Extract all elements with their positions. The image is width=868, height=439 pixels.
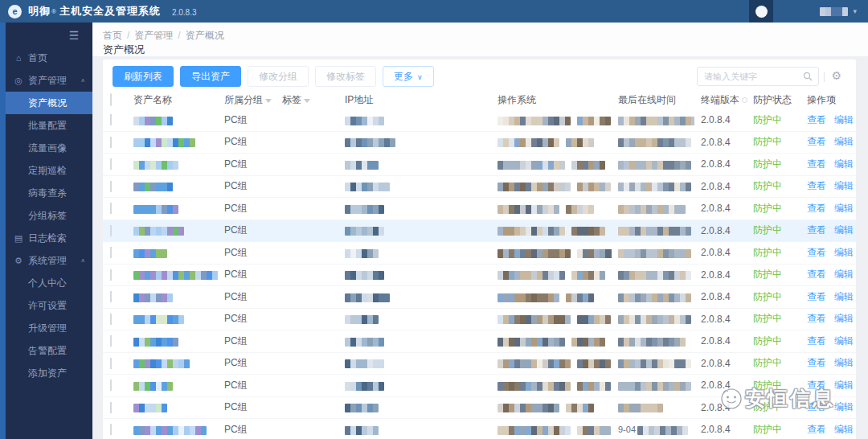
search-input[interactable] [704,68,799,85]
row-checkbox[interactable] [110,203,112,214]
breadcrumb-item[interactable]: 首页 [103,30,122,41]
user-menu-caret-icon[interactable]: ▾ [853,7,857,15]
table-row: PC组2.0.8.4防护中查看编辑 [103,265,856,287]
avatar[interactable] [749,0,773,23]
查看-link[interactable]: 查看 [807,114,826,125]
编辑-link[interactable]: 编辑 [834,136,854,147]
row-checkbox[interactable] [110,137,112,148]
sidebar-item-病毒查杀[interactable]: 病毒查杀 [6,182,92,204]
row-checkbox[interactable] [110,181,112,192]
row-checkbox[interactable] [110,314,112,325]
column-settings-icon[interactable]: ⚙ [831,69,841,82]
sidebar-item-资产概况[interactable]: 资产概况 [6,92,92,114]
sidebar-item-定期巡检[interactable]: 定期巡检 [6,159,92,182]
last-online-cell [612,181,694,192]
collapse-menu-icon[interactable]: ☰ [67,29,81,42]
row-checkbox[interactable] [110,424,112,435]
last-online-cell: 9-04 [612,424,694,435]
编辑-link[interactable]: 编辑 [834,357,854,368]
编辑-link[interactable]: 编辑 [834,401,854,412]
row-checkbox[interactable] [110,402,112,413]
查看-link[interactable]: 查看 [807,424,826,435]
查看-link[interactable]: 查看 [807,291,826,302]
row-checkbox[interactable] [110,335,112,347]
protection-status: 防护中 [747,158,800,171]
编辑-link[interactable]: 编辑 [834,114,854,125]
version-cell: 2.0.8.4 [694,247,747,258]
row-checkbox[interactable] [110,114,112,125]
编辑-link[interactable]: 编辑 [834,247,854,258]
row-checkbox[interactable] [110,358,112,369]
redacted-mosaic [345,269,384,281]
查看-link[interactable]: 查看 [807,380,826,391]
redacted-mosaic [133,137,195,148]
redacted-mosaic [345,314,379,325]
查看-link[interactable]: 查看 [807,224,826,236]
username-redacted[interactable] [820,6,848,17]
编辑-link[interactable]: 编辑 [834,180,854,191]
查看-link[interactable]: 查看 [807,158,826,170]
row-checkbox[interactable] [110,158,112,170]
查看-link[interactable]: 查看 [807,269,826,280]
编辑-link[interactable]: 编辑 [834,335,854,347]
os-cell [491,181,612,192]
sidebar-item-日志检索[interactable]: ▤日志检索 [6,227,92,249]
编辑-link[interactable]: 编辑 [834,269,854,280]
查看-link[interactable]: 查看 [807,180,826,191]
编辑-link[interactable]: 编辑 [834,224,854,236]
sidebar-item-批量配置[interactable]: 批量配置 [6,114,92,137]
sidebar-item-个人中心[interactable]: 个人中心 [6,272,92,294]
version-cell: 2.0.8.4 [694,335,747,347]
row-checkbox[interactable] [110,225,112,236]
breadcrumb-item[interactable]: 资产管理 [134,30,173,41]
查看-link[interactable]: 查看 [807,203,826,214]
sidebar-menu: ⌂首页◎资产管理∧资产概况批量配置流量画像定期巡检病毒查杀分组标签▤日志检索⚙系… [6,47,92,384]
os-cell [491,137,612,148]
编辑-link[interactable]: 编辑 [834,313,854,324]
编辑-link[interactable]: 编辑 [834,203,854,214]
查看-link[interactable]: 查看 [807,357,826,368]
table-header: 资产名称所属分组标签IP地址操作系统最后在线时间终端版本防护状态操作项 [103,90,856,109]
os-cell [491,158,612,170]
刷新列表-button[interactable]: 刷新列表 [113,66,174,87]
ip-cell [338,247,491,258]
ip-cell [338,291,491,302]
sidebar-item-升级管理[interactable]: 升级管理 [6,317,92,339]
column-label: 最后在线时间 [618,94,676,105]
查看-link[interactable]: 查看 [807,401,826,412]
button-label: 修改分组 [259,71,297,82]
row-checkbox[interactable] [110,380,112,391]
查看-link[interactable]: 查看 [807,136,826,147]
row-checkbox[interactable] [110,247,112,258]
sidebar-item-分组标签[interactable]: 分组标签 [6,204,92,227]
redacted-mosaic [497,114,611,125]
编辑-link[interactable]: 编辑 [834,291,854,302]
search-icon[interactable] [803,72,813,81]
查看-link[interactable]: 查看 [807,335,826,347]
row-checkbox[interactable] [110,291,112,302]
filter-icon[interactable] [265,99,272,103]
button-label: 更多 [394,71,413,82]
编辑-link[interactable]: 编辑 [834,158,854,170]
select-all-checkbox[interactable] [110,93,112,106]
sidebar-item-告警配置[interactable]: 告警配置 [6,339,92,362]
更多-button[interactable]: 更多∨ [383,66,434,87]
编辑-link[interactable]: 编辑 [834,380,854,391]
row-checkbox[interactable] [110,269,112,281]
sidebar-item-首页[interactable]: ⌂首页 [6,47,92,69]
filter-icon[interactable] [304,99,310,103]
version-cell: 2.0.8.4 [694,225,747,236]
查看-link[interactable]: 查看 [807,247,826,258]
sidebar-item-流量画像[interactable]: 流量画像 [6,137,92,159]
version-cell: 2.0.8.4 [694,137,747,148]
sidebar-item-资产管理[interactable]: ◎资产管理∧ [6,69,92,92]
导出资产-button[interactable]: 导出资产 [180,66,241,87]
sidebar-item-系统管理[interactable]: ⚙系统管理∧ [6,249,92,272]
编辑-link[interactable]: 编辑 [834,424,854,435]
sidebar-item-许可设置[interactable]: 许可设置 [6,294,92,317]
protection-status: 防护中 [747,312,800,326]
breadcrumb-item[interactable]: 资产概况 [186,30,224,41]
查看-link[interactable]: 查看 [807,313,826,324]
protection-status: 防护中 [747,246,800,260]
sidebar-item-添加资产[interactable]: 添加资产 [6,362,92,384]
